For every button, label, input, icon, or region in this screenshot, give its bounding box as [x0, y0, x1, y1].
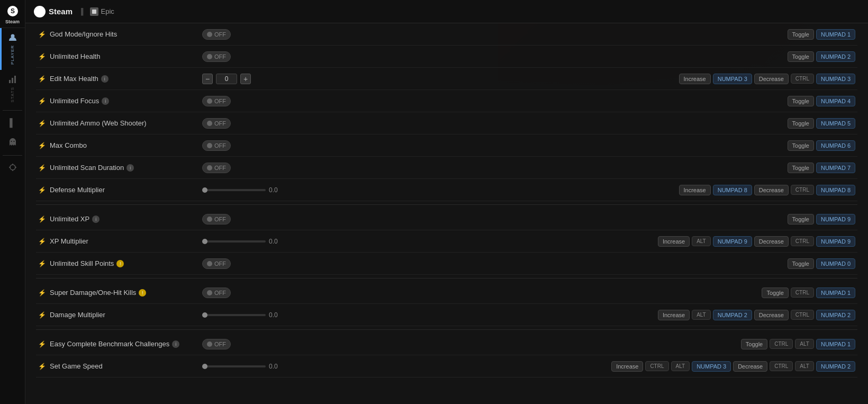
key-action-button[interactable]: Toggle: [788, 258, 814, 269]
key-code-button[interactable]: NUMPAD 2: [816, 310, 855, 320]
toggle-label: OFF: [214, 142, 226, 149]
key-modifier-button[interactable]: ALT: [692, 236, 711, 246]
cheat-row: ⚡Unlimited FocusiOFFToggleNUMPAD 4: [36, 90, 857, 112]
toggle-switch[interactable]: OFF: [202, 29, 231, 40]
key-modifier-button[interactable]: ALT: [692, 310, 711, 320]
keybind-area: IncreaseALTNUMPAD 9DecreaseCTRLNUMPAD 9: [658, 236, 855, 247]
cheat-row: ⚡Unlimited Ammo (Web Shooter)OFFToggleNU…: [36, 112, 857, 134]
key-code-button[interactable]: NUMPAD 1: [816, 339, 855, 349]
toggle-dot: [207, 98, 212, 104]
toggle-switch[interactable]: OFF: [202, 258, 231, 269]
slider-value: 0.0: [269, 238, 284, 245]
key-code-button[interactable]: NUMPAD 2: [816, 361, 855, 372]
key-code-button[interactable]: NUMPAD 4: [816, 96, 855, 106]
sidebar-item-ghost[interactable]: [0, 132, 25, 153]
cheat-control: 0.0: [202, 186, 675, 194]
sidebar-item-stats[interactable]: Stats: [0, 70, 25, 108]
key-action-button[interactable]: Increase: [658, 310, 690, 320]
toggle-dot: [207, 143, 212, 148]
steam-title: Steam: [49, 7, 73, 16]
key-code-button[interactable]: NUMPAD 2: [713, 310, 752, 320]
key-code-button[interactable]: NUMPAD 3: [713, 74, 752, 84]
toggle-switch[interactable]: OFF: [202, 140, 231, 151]
toggle-switch[interactable]: OFF: [202, 163, 231, 173]
key-action-button[interactable]: Increase: [611, 361, 643, 372]
key-action-button[interactable]: Increase: [658, 236, 690, 247]
sidebar-item-crosshair[interactable]: [0, 158, 25, 178]
key-code-button[interactable]: NUMPAD 9: [713, 236, 752, 247]
info-icon[interactable]: i: [102, 97, 109, 105]
sidebar-divider-2: [3, 155, 23, 156]
key-code-button[interactable]: NUMPAD 0: [816, 258, 855, 269]
key-action-button[interactable]: Increase: [679, 185, 711, 195]
slider-track[interactable]: [202, 240, 266, 243]
toggle-switch[interactable]: OFF: [202, 96, 231, 106]
sidebar-item-bar[interactable]: ▌: [0, 113, 25, 132]
key-modifier-button[interactable]: CTRL: [791, 288, 814, 298]
key-modifier-button[interactable]: CTRL: [791, 74, 814, 84]
key-code-button[interactable]: NUMPAD 9: [816, 214, 855, 225]
toggle-switch[interactable]: OFF: [202, 288, 231, 298]
key-modifier-button[interactable]: CTRL: [791, 236, 814, 246]
key-code-button[interactable]: NUMPAD 9: [816, 236, 855, 247]
key-action-button[interactable]: Toggle: [762, 288, 788, 298]
key-modifier-button[interactable]: ALT: [671, 361, 690, 371]
info-icon[interactable]: i: [126, 164, 134, 172]
key-action-button[interactable]: Toggle: [788, 214, 814, 225]
toggle-switch[interactable]: OFF: [202, 118, 231, 129]
key-code-button[interactable]: NUMPAD 3: [692, 361, 731, 372]
bolt-icon: ⚡: [38, 186, 46, 194]
key-action-button[interactable]: Toggle: [788, 118, 814, 129]
info-icon[interactable]: i: [101, 75, 108, 83]
key-code-button[interactable]: NUMPAD 8: [713, 185, 752, 195]
cheat-row: ⚡Unlimited Scan DurationiOFFToggleNUMPAD…: [36, 157, 857, 179]
key-action-button[interactable]: Decrease: [754, 185, 789, 195]
sidebar-item-player[interactable]: Player: [0, 28, 25, 70]
cheat-name: Set Game Speed: [50, 362, 198, 370]
toggle-label: OFF: [214, 53, 226, 60]
cheat-name: Easy Complete Benchmark Challengesi: [50, 340, 198, 348]
key-code-button[interactable]: NUMPAD 5: [816, 118, 855, 129]
slider-value: 0.0: [269, 311, 284, 319]
key-modifier-button[interactable]: CTRL: [770, 339, 793, 349]
key-code-button[interactable]: NUMPAD 2: [816, 51, 855, 62]
key-action-button[interactable]: Toggle: [788, 51, 814, 62]
key-action-button[interactable]: Decrease: [754, 74, 789, 84]
key-modifier-button[interactable]: ALT: [795, 339, 814, 349]
key-code-button[interactable]: NUMPAD 1: [816, 288, 855, 298]
key-action-button[interactable]: Toggle: [788, 140, 814, 151]
key-action-button[interactable]: Toggle: [788, 29, 814, 40]
key-code-button[interactable]: NUMPAD 8: [816, 185, 855, 195]
key-action-button[interactable]: Toggle: [741, 339, 767, 349]
info-icon[interactable]: i: [92, 216, 100, 223]
toggle-switch[interactable]: OFF: [202, 214, 231, 225]
slider-track[interactable]: [202, 365, 266, 367]
key-modifier-button[interactable]: CTRL: [645, 361, 668, 371]
key-action-button[interactable]: Decrease: [754, 236, 789, 247]
key-modifier-button[interactable]: CTRL: [770, 361, 793, 371]
toggle-switch[interactable]: OFF: [202, 339, 231, 349]
key-code-button[interactable]: NUMPAD 6: [816, 140, 855, 151]
decrease-num-button[interactable]: −: [202, 74, 213, 84]
key-code-button[interactable]: NUMPAD 1: [816, 29, 855, 40]
warn-icon[interactable]: !: [116, 260, 124, 267]
key-action-button[interactable]: Decrease: [733, 361, 767, 372]
slider-track[interactable]: [202, 189, 266, 191]
toggle-dot: [207, 54, 212, 59]
key-modifier-button[interactable]: ALT: [795, 361, 814, 371]
slider-track[interactable]: [202, 314, 266, 316]
key-code-button[interactable]: NUMPAD 3: [816, 74, 855, 84]
key-action-button[interactable]: Increase: [679, 74, 711, 84]
key-modifier-button[interactable]: CTRL: [791, 185, 814, 195]
key-action-button[interactable]: Toggle: [788, 96, 814, 106]
player-icon: [8, 33, 17, 43]
warn-icon[interactable]: !: [139, 289, 146, 297]
key-action-button[interactable]: Toggle: [788, 163, 814, 173]
info-icon[interactable]: i: [172, 340, 179, 348]
key-code-button[interactable]: NUMPAD 7: [816, 163, 855, 173]
svg-rect-4: [12, 78, 13, 83]
increase-num-button[interactable]: +: [240, 74, 251, 84]
key-modifier-button[interactable]: CTRL: [791, 310, 814, 320]
key-action-button[interactable]: Decrease: [754, 310, 789, 320]
toggle-switch[interactable]: OFF: [202, 51, 231, 62]
